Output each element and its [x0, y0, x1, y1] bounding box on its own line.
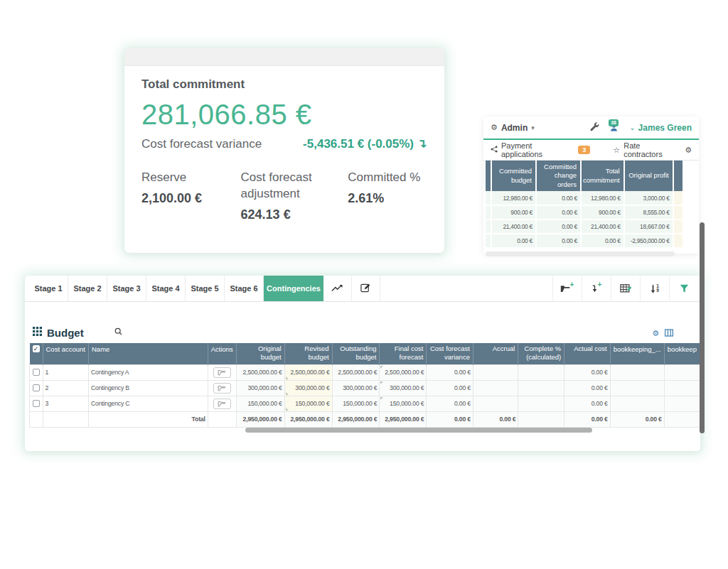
admin-menu[interactable]: ⚙ Admin ▾: [491, 123, 535, 133]
open-folder-button[interactable]: [213, 383, 231, 394]
column-header: bookkeep: [664, 343, 700, 364]
cell-value: [518, 364, 564, 380]
cell-value: 21,400.00 €: [581, 220, 624, 234]
cell-value: 0.00 €: [536, 220, 581, 234]
tab-stage-5[interactable]: Stage 5: [186, 276, 225, 301]
column-header: Cost forecast variance: [427, 343, 473, 364]
sort-numeric-button[interactable]: 19: [640, 276, 669, 301]
cell-value: 150,000.00 €: [284, 396, 332, 411]
row-checkbox[interactable]: [33, 384, 40, 391]
stat-label: Cost forecast adjustment: [241, 170, 348, 202]
total-value: [518, 411, 564, 427]
edit-pencil-icon: [360, 282, 371, 296]
cost-account-cell: 3: [43, 396, 89, 411]
sort-digits: 19: [656, 284, 659, 293]
total-value: 0.00 €: [473, 411, 518, 427]
total-empty: [208, 411, 236, 427]
edit-table-button[interactable]: [611, 276, 640, 301]
cell-value: [664, 364, 700, 380]
cell-value: -2,950,000.00 €: [624, 234, 673, 248]
total-value: [664, 411, 700, 427]
budget-table: ✓Cost accountNameActionsOriginal budgetR…: [29, 343, 700, 428]
column-header: Complete % (calculated): [518, 343, 564, 364]
tab-stage-3[interactable]: Stage 3: [107, 276, 146, 301]
cell-value: 0.00 €: [536, 191, 581, 205]
tab-payment-applications[interactable]: Payment applications 3: [491, 141, 590, 158]
row-select-cell: [30, 396, 43, 411]
total-value: 0.00 €: [427, 411, 473, 427]
tab-stage-4[interactable]: Stage 4: [146, 276, 186, 301]
table-header-row: ✓Cost accountNameActionsOriginal budgetR…: [30, 343, 700, 364]
add-folder-button[interactable]: +: [552, 276, 582, 301]
wrench-icon[interactable]: [590, 121, 599, 134]
import-rows-button[interactable]: +: [582, 276, 611, 301]
table-settings-gear-icon[interactable]: ⚙: [652, 329, 659, 338]
cell-value: 300,000.00 €: [236, 380, 284, 396]
open-folder-button[interactable]: [213, 367, 231, 378]
columns-icon[interactable]: [665, 327, 673, 340]
row-checkbox[interactable]: [33, 369, 40, 376]
settings-gear-icon[interactable]: ⚙: [685, 146, 692, 155]
stage-tabs: Stage 1Stage 2Stage 3Stage 4Stage 5Stage…: [29, 276, 264, 301]
tab-rate-contractors[interactable]: ☆ Rate contractors: [613, 141, 680, 158]
plus-icon: +: [598, 281, 602, 288]
table-row: 21,400.00 €0.00 €21,400.00 €18,667.00 €: [486, 220, 683, 234]
cell-value: 300,000.00 €: [332, 380, 380, 396]
cell-value: 18,667.00 €: [624, 220, 673, 234]
gear-icon: ⚙: [491, 123, 498, 132]
filter-button[interactable]: [669, 276, 698, 301]
cell-value: 2,500,000.00 €: [284, 364, 332, 380]
column-header: Committed change orders: [536, 161, 581, 191]
select-all-checkbox[interactable]: ✓: [33, 345, 40, 352]
vertical-scrollbar[interactable]: [700, 222, 705, 433]
actions-cell: [208, 396, 236, 411]
cell-value: 3,000.00 €: [624, 191, 673, 205]
total-value: 2,950,000.00 €: [332, 411, 380, 427]
column-header: Original budget: [236, 343, 284, 364]
horizontal-scrollbar-thumb[interactable]: [245, 428, 592, 433]
cell-value: 0.00 €: [427, 364, 473, 380]
cell-value: [518, 396, 564, 411]
total-commitment-amount: 281,066.85 €: [141, 99, 427, 131]
name-cell: Contingency A: [89, 364, 208, 380]
admin-horizontal-scrollbar[interactable]: [486, 251, 675, 256]
stat-item: Committed %2.61%: [348, 170, 427, 222]
name-cell: Contingency B: [89, 380, 208, 396]
card-body: Total commitment 281,066.85 € Cost forec…: [124, 66, 444, 222]
tab-contingencies[interactable]: Contingencies: [264, 276, 323, 301]
search-icon[interactable]: [114, 326, 123, 339]
notifications-icon[interactable]: 38: [608, 121, 621, 135]
cell-value: 150,000.00 €: [380, 396, 427, 411]
total-value: 2,950,000.00 €: [380, 411, 427, 427]
total-value: 0.00 €: [610, 411, 664, 427]
open-folder-button[interactable]: [213, 399, 231, 409]
row-select-cell: [30, 380, 43, 396]
variance-label: Cost forecast variance: [141, 137, 262, 151]
cell-value: 0.00 €: [564, 364, 610, 380]
column-header: Outstanding budget: [332, 343, 380, 364]
table-row: 0.00 €0.00 €0.00 €-2,950,000.00 €: [486, 234, 683, 248]
budget-panel: Stage 1Stage 2Stage 3Stage 4Stage 5Stage…: [25, 276, 700, 451]
line-chart-icon: [331, 282, 344, 295]
cell-partial: [673, 220, 683, 234]
tab-count-badge: 3: [578, 146, 590, 154]
column-header: Revised budget: [284, 343, 332, 364]
admin-menu-label: Admin: [501, 123, 528, 133]
cell-value: 0.00 €: [564, 396, 610, 411]
chart-tab[interactable]: [323, 276, 352, 301]
table-row: 900.00 €0.00 €900.00 €8,555.00 €: [486, 205, 683, 220]
stat-value: 624.13 €: [241, 207, 348, 222]
row-checkbox[interactable]: [33, 400, 40, 407]
cell-partial: [673, 234, 683, 248]
edit-tab[interactable]: [352, 276, 380, 301]
user-menu[interactable]: ⌄ James Green: [629, 123, 692, 133]
cell-value: [664, 396, 700, 411]
section-title: Budget: [47, 327, 84, 339]
stats-row: Reserve2,100.00 €Cost forecast adjustmen…: [141, 170, 427, 222]
total-label: Total: [89, 411, 208, 427]
tab-stage-1[interactable]: Stage 1: [29, 276, 68, 301]
tab-stage-6[interactable]: Stage 6: [225, 276, 264, 301]
stat-label: Committed %: [348, 170, 427, 186]
tab-stage-2[interactable]: Stage 2: [68, 276, 107, 301]
admin-tabs-row: Payment applications 3 ☆ Rate contractor…: [483, 140, 699, 161]
